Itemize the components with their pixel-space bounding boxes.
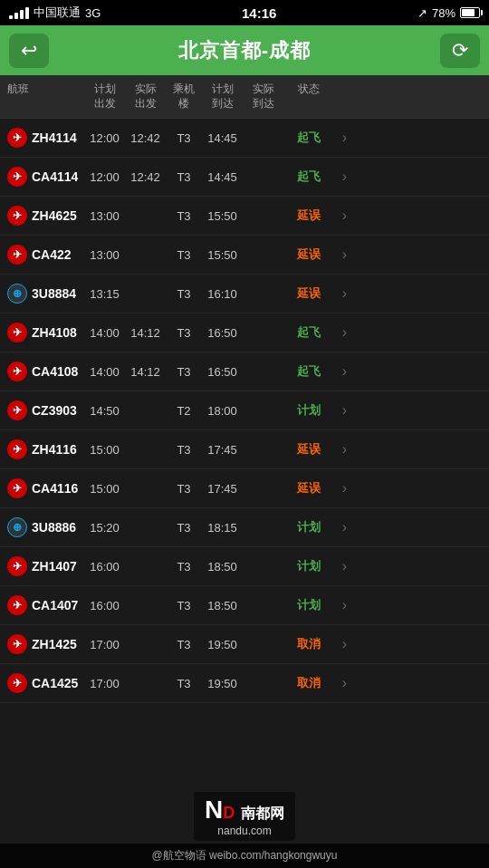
terminal: T3 <box>166 365 202 379</box>
airline-icon: ✈ <box>7 439 27 459</box>
chevron-right-icon: › <box>333 285 356 302</box>
flight-code: ZH4625 <box>32 208 77 223</box>
terminal: T3 <box>166 131 202 145</box>
plan-arr: 16:50 <box>202 365 243 379</box>
status-badge: 取消 <box>283 675 333 691</box>
col-status: 状态 <box>283 82 333 111</box>
plan-dep: 16:00 <box>84 560 125 574</box>
flight-number: ✈ CA422 <box>7 245 84 265</box>
status-badge: 起飞 <box>283 363 333 380</box>
chevron-right-icon: › <box>333 519 356 535</box>
col-flight: 航班 <box>7 82 84 111</box>
plan-dep: 14:50 <box>84 404 125 418</box>
flight-code: CA4114 <box>32 169 78 184</box>
chevron-right-icon: › <box>333 324 356 341</box>
act-dep: 14:12 <box>125 365 166 379</box>
status-left: 中国联通 3G <box>9 5 101 21</box>
plan-dep: 15:00 <box>84 443 125 457</box>
battery-fill <box>462 9 475 16</box>
chevron-right-icon: › <box>333 169 356 185</box>
plan-arr: 16:10 <box>202 287 243 301</box>
terminal: T2 <box>166 404 202 418</box>
table-row[interactable]: ✈ CA4108 14:00 14:12 T3 16:50 起飞 › <box>0 352 489 391</box>
status-badge: 计划 <box>283 519 333 535</box>
chevron-right-icon: › <box>333 675 356 691</box>
flight-number: ✈ CA1425 <box>7 673 84 693</box>
table-row[interactable]: ✈ ZH4114 12:00 12:42 T3 14:45 起飞 › <box>0 119 489 158</box>
status-badge: 计划 <box>283 402 333 419</box>
table-row[interactable]: ✈ CA422 13:00 T3 15:50 延误 › <box>0 236 489 275</box>
table-row[interactable]: ✈ ZH4108 14:00 14:12 T3 16:50 起飞 › <box>0 313 489 352</box>
airline-icon: ✈ <box>7 556 27 576</box>
table-row[interactable]: ✈ ZH1407 16:00 T3 18:50 计划 › <box>0 547 489 586</box>
col-detail <box>333 82 356 111</box>
plan-dep: 12:00 <box>84 131 125 145</box>
flight-code: 3U8886 <box>32 520 76 535</box>
table-row[interactable]: ✈ CA4114 12:00 12:42 T3 14:45 起飞 › <box>0 158 489 197</box>
chevron-right-icon: › <box>333 363 356 380</box>
plan-arr: 14:45 <box>202 170 243 184</box>
flight-code: ZH4114 <box>32 130 77 145</box>
flight-code: CA4116 <box>32 481 78 496</box>
flight-number: ✈ CA4114 <box>7 167 84 187</box>
plan-arr: 16:50 <box>202 326 243 340</box>
table-row[interactable]: ✈ CA4116 15:00 T3 17:45 延误 › <box>0 469 489 508</box>
plan-arr: 17:45 <box>202 443 243 457</box>
plan-dep: 13:00 <box>84 248 125 262</box>
airline-icon: ✈ <box>7 634 27 654</box>
table-row[interactable]: ✈ CA1425 17:00 T3 19:50 取消 › <box>0 664 489 703</box>
battery-percent: 78% <box>432 6 455 20</box>
battery-body <box>460 7 480 18</box>
col-plan-arr: 计划到达 <box>202 82 243 111</box>
terminal: T3 <box>166 560 202 574</box>
plan-arr: 18:00 <box>202 404 243 418</box>
table-row[interactable]: ✈ ZH1425 17:00 T3 19:50 取消 › <box>0 625 489 664</box>
airline-icon: ⊕ <box>7 517 27 537</box>
table-row[interactable]: ✈ ZH4625 13:00 T3 15:50 延误 › <box>0 197 489 236</box>
table-row[interactable]: ✈ CZ3903 14:50 T2 18:00 计划 › <box>0 391 489 430</box>
chevron-right-icon: › <box>333 441 356 458</box>
airline-icon: ✈ <box>7 595 27 615</box>
flight-number: ⊕ 3U8886 <box>7 517 84 537</box>
plan-arr: 15:50 <box>202 209 243 223</box>
terminal: T3 <box>166 170 202 184</box>
table-row[interactable]: ✈ CA1407 16:00 T3 18:50 计划 › <box>0 586 489 625</box>
plan-arr: 19:50 <box>202 638 243 651</box>
page-title: 北京首都-成都 <box>178 37 311 64</box>
table-row[interactable]: ✈ ZH4116 15:00 T3 17:45 延误 › <box>0 430 489 469</box>
airline-icon: ⊕ <box>7 284 27 304</box>
airline-icon: ✈ <box>7 400 27 420</box>
flight-number: ✈ ZH4114 <box>7 128 84 148</box>
chevron-right-icon: › <box>333 130 356 146</box>
airline-icon: ✈ <box>7 128 27 148</box>
airline-icon: ✈ <box>7 206 27 226</box>
flight-number: ✈ CA4108 <box>7 362 84 381</box>
terminal: T3 <box>166 521 202 535</box>
flight-code: CZ3903 <box>32 403 77 418</box>
status-badge: 延误 <box>283 441 333 458</box>
battery-icon <box>460 7 480 18</box>
refresh-button[interactable]: ⟳ <box>440 34 480 68</box>
plan-dep: 17:00 <box>84 638 125 651</box>
terminal: T3 <box>166 209 202 223</box>
flight-code: CA1407 <box>32 598 78 612</box>
flight-number: ⊕ 3U8884 <box>7 284 84 304</box>
status-badge: 延误 <box>283 480 333 497</box>
plan-dep: 13:00 <box>84 209 125 223</box>
chevron-right-icon: › <box>333 207 356 224</box>
flight-code: ZH1425 <box>32 637 77 651</box>
plan-arr: 18:15 <box>202 521 243 535</box>
terminal: T3 <box>166 248 202 262</box>
plan-arr: 18:50 <box>202 560 243 574</box>
act-dep: 12:42 <box>125 170 166 184</box>
table-row[interactable]: ⊕ 3U8884 13:15 T3 16:10 延误 › <box>0 275 489 313</box>
back-button[interactable]: ↩ <box>9 34 49 68</box>
status-badge: 延误 <box>283 207 333 224</box>
plan-dep: 13:15 <box>84 287 125 301</box>
plan-arr: 19:50 <box>202 677 243 690</box>
status-badge: 取消 <box>283 636 333 652</box>
table-row[interactable]: ⊕ 3U8886 15:20 T3 18:15 计划 › <box>0 508 489 547</box>
carrier-label: 中国联通 <box>34 5 81 21</box>
act-dep: 12:42 <box>125 131 166 145</box>
flight-number: ✈ ZH4116 <box>7 439 84 459</box>
